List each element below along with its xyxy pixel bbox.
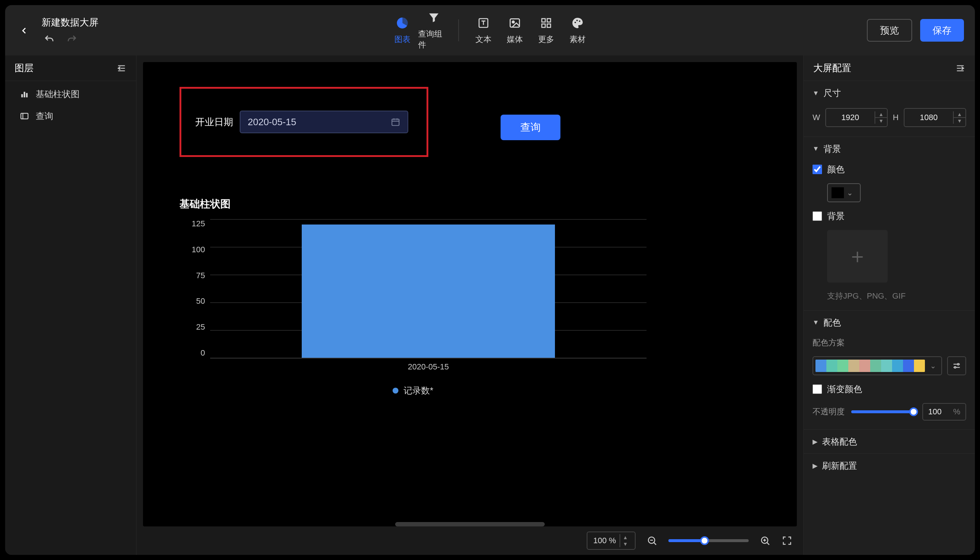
section-background[interactable]: ▼ 背景: [804, 137, 975, 161]
chevron-up-icon[interactable]: ▲: [620, 534, 631, 541]
chevron-down-icon[interactable]: ▼: [875, 118, 887, 124]
gradient-checkbox[interactable]: 渐变颜色: [812, 383, 966, 395]
chevron-up-icon[interactable]: ▲: [954, 111, 965, 118]
zoom-slider[interactable]: [668, 539, 749, 542]
calendar-icon: [391, 117, 400, 127]
zoom-out-icon: [646, 535, 658, 546]
canvas-footer: 100 % ▲ ▼: [136, 527, 804, 555]
chevron-left-icon: [19, 25, 29, 36]
chevron-down-icon[interactable]: ▼: [620, 541, 631, 547]
opacity-slider[interactable]: [851, 410, 916, 413]
pie-chart-icon: [395, 16, 410, 30]
fullscreen-icon: [782, 535, 792, 546]
bar-0: [302, 225, 555, 358]
layer-item-label: 基础柱状图: [36, 88, 80, 100]
opacity-label: 不透明度: [812, 406, 845, 417]
svg-rect-10: [21, 94, 23, 97]
tool-material[interactable]: 素材: [562, 16, 593, 45]
collapse-right-button[interactable]: [955, 63, 965, 73]
redo-button[interactable]: [66, 34, 77, 45]
sliders-icon: [952, 361, 962, 370]
section-palette[interactable]: ▼ 配色: [804, 310, 975, 334]
redo-icon: [66, 34, 77, 45]
slider-thumb-icon[interactable]: [909, 407, 918, 416]
svg-point-9: [579, 20, 580, 22]
scheme-label: 配色方案: [812, 337, 966, 348]
query-button[interactable]: 查询: [501, 115, 560, 140]
svg-rect-3: [542, 18, 545, 22]
y-axis: 125 100 75 50 25 0: [179, 219, 205, 358]
image-icon: [508, 16, 522, 30]
chart-title: 基础柱状图: [179, 197, 646, 211]
bg-upload-box[interactable]: ＋: [827, 230, 888, 283]
svg-point-18: [955, 367, 956, 368]
tool-more[interactable]: 更多: [530, 16, 562, 45]
svg-rect-5: [542, 24, 545, 27]
width-input[interactable]: 1920 ▲▼: [825, 108, 888, 127]
horizontal-scrollbar[interactable]: [395, 522, 545, 527]
tool-query[interactable]: 查询组件: [418, 10, 450, 50]
tool-media[interactable]: 媒体: [499, 16, 530, 45]
svg-point-17: [957, 363, 959, 365]
layer-item-query[interactable]: 查询: [5, 105, 136, 127]
zoom-in-button[interactable]: [760, 535, 771, 546]
svg-rect-6: [547, 24, 551, 27]
legend-marker-icon: [393, 388, 399, 393]
svg-rect-12: [26, 93, 27, 97]
canvas-area: 开业日期 2020-05-15 查询 基础柱状图 125 100: [136, 55, 804, 555]
collapse-left-button[interactable]: [116, 63, 126, 73]
color-swatch-icon: [832, 187, 844, 198]
svg-point-8: [576, 20, 578, 21]
zoom-out-button[interactable]: [646, 535, 658, 546]
bar-chart-icon: [20, 90, 29, 99]
svg-point-7: [575, 22, 576, 23]
save-button[interactable]: 保存: [920, 19, 964, 42]
svg-rect-4: [547, 18, 551, 22]
date-input-value: 2020-05-15: [248, 117, 296, 128]
query-component[interactable]: 开业日期 2020-05-15: [179, 87, 429, 157]
tool-chart[interactable]: 图表: [387, 16, 418, 45]
layer-panel: 图层 基础柱状图 查询: [5, 55, 136, 555]
svg-rect-13: [21, 113, 28, 118]
page-title: 新建数据大屏: [42, 16, 98, 29]
caret-down-icon: ▼: [812, 90, 819, 97]
preview-button[interactable]: 预览: [867, 19, 912, 42]
chevron-up-icon[interactable]: ▲: [875, 111, 887, 118]
palette-cells: [816, 360, 925, 372]
chevron-down-icon: ⌄: [927, 362, 939, 370]
x-axis-label: 2020-05-15: [210, 362, 646, 372]
tool-text[interactable]: 文本: [468, 16, 499, 45]
color-checkbox[interactable]: 颜色: [812, 163, 966, 175]
zoom-percent-input[interactable]: 100 % ▲ ▼: [587, 532, 636, 550]
svg-rect-14: [392, 119, 399, 125]
caret-down-icon: ▼: [812, 319, 819, 327]
bg-color-picker[interactable]: ⌄: [827, 183, 861, 202]
opacity-input[interactable]: 100 %: [922, 403, 966, 420]
text-icon: [476, 16, 491, 30]
topbar: 新建数据大屏 图表: [5, 5, 975, 55]
layer-item-barchart[interactable]: 基础柱状图: [5, 83, 136, 105]
bar-chart[interactable]: 基础柱状图 125 100 75 50 25 0: [179, 197, 646, 397]
upload-hint: 支持JPG、PNG、GIF: [827, 291, 966, 302]
section-size[interactable]: ▼ 尺寸: [804, 81, 975, 105]
palette-select[interactable]: ⌄: [812, 356, 942, 375]
caret-right-icon: ▶: [812, 462, 818, 470]
palette-icon: [570, 16, 585, 30]
section-table-palette[interactable]: ▶ 表格配色: [804, 429, 975, 453]
date-input[interactable]: 2020-05-15: [240, 111, 408, 133]
undo-button[interactable]: [44, 34, 55, 45]
section-refresh[interactable]: ▶ 刷新配置: [804, 453, 975, 477]
bg-image-checkbox[interactable]: 背景: [812, 210, 966, 222]
back-button[interactable]: [16, 23, 32, 39]
chevron-down-icon[interactable]: ▼: [954, 118, 965, 124]
config-panel: 大屏配置 ▼ 尺寸 W 1920 ▲▼ H: [804, 55, 975, 555]
palette-settings-button[interactable]: [947, 356, 966, 375]
fullscreen-button[interactable]: [782, 535, 792, 546]
grid-icon: [539, 16, 553, 30]
slider-thumb-icon[interactable]: [700, 536, 709, 545]
top-toolbar: 图表 查询组件 文本: [380, 5, 600, 55]
height-input[interactable]: 1080 ▲▼: [904, 108, 966, 127]
canvas[interactable]: 开业日期 2020-05-15 查询 基础柱状图 125 100: [143, 62, 797, 527]
funnel-icon: [427, 10, 441, 25]
svg-point-2: [512, 21, 515, 23]
